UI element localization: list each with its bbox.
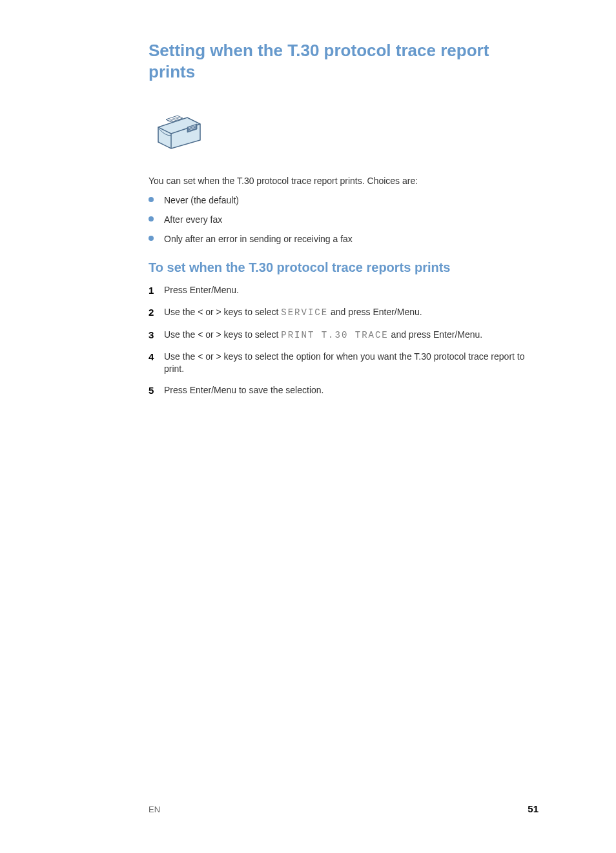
footer-language: EN xyxy=(149,805,160,814)
bullet-icon xyxy=(149,236,154,241)
step-text: Use the < or > keys to select SERVICE an… xyxy=(164,306,422,319)
step-pre: Use the < or > keys to select xyxy=(164,329,281,340)
list-item: Never (the default) xyxy=(149,194,539,206)
option-text: Only after an error in sending or receiv… xyxy=(164,233,353,245)
options-list: Never (the default) After every fax Only… xyxy=(149,194,539,245)
printer-icon xyxy=(149,108,539,156)
list-item: Only after an error in sending or receiv… xyxy=(149,233,539,245)
step-pre: Press Enter/Menu to save the selection. xyxy=(164,385,323,395)
step-pre: Use the < or > keys to select the option… xyxy=(164,351,525,374)
lcd-text: PRINT T.30 TRACE xyxy=(281,330,388,340)
step-post: and press Enter/Menu. xyxy=(389,329,483,340)
procedure-steps: 1 Press Enter/Menu. 2 Use the < or > key… xyxy=(149,284,539,397)
step-text: Use the < or > keys to select the option… xyxy=(164,351,539,375)
step-text: Press Enter/Menu to save the selection. xyxy=(164,384,323,396)
step-post: and press Enter/Menu. xyxy=(328,307,422,317)
bullet-icon xyxy=(149,197,154,202)
step-item: 2 Use the < or > keys to select SERVICE … xyxy=(149,306,539,319)
step-number: 5 xyxy=(149,384,164,397)
step-pre: Press Enter/Menu. xyxy=(164,285,239,295)
step-number: 3 xyxy=(149,329,164,342)
page-number: 51 xyxy=(528,803,539,814)
step-number: 4 xyxy=(149,351,164,364)
option-text: After every fax xyxy=(164,214,222,225)
step-text: Use the < or > keys to select PRINT T.30… xyxy=(164,329,482,342)
list-item: After every fax xyxy=(149,214,539,225)
intro-text: You can set when the T.30 protocol trace… xyxy=(149,175,539,188)
option-text: Never (the default) xyxy=(164,194,239,206)
lcd-text: SERVICE xyxy=(281,307,328,318)
step-number: 2 xyxy=(149,306,164,319)
step-item: 5 Press Enter/Menu to save the selection… xyxy=(149,384,539,397)
step-pre: Use the < or > keys to select xyxy=(164,307,281,317)
page-title: Setting when the T.30 protocol trace rep… xyxy=(149,40,539,82)
procedure-heading: To set when the T.30 protocol trace repo… xyxy=(149,260,539,275)
step-item: 1 Press Enter/Menu. xyxy=(149,284,539,297)
step-item: 3 Use the < or > keys to select PRINT T.… xyxy=(149,329,539,342)
step-number: 1 xyxy=(149,284,164,297)
bullet-icon xyxy=(149,216,154,221)
step-text: Press Enter/Menu. xyxy=(164,284,239,296)
step-item: 4 Use the < or > keys to select the opti… xyxy=(149,351,539,375)
